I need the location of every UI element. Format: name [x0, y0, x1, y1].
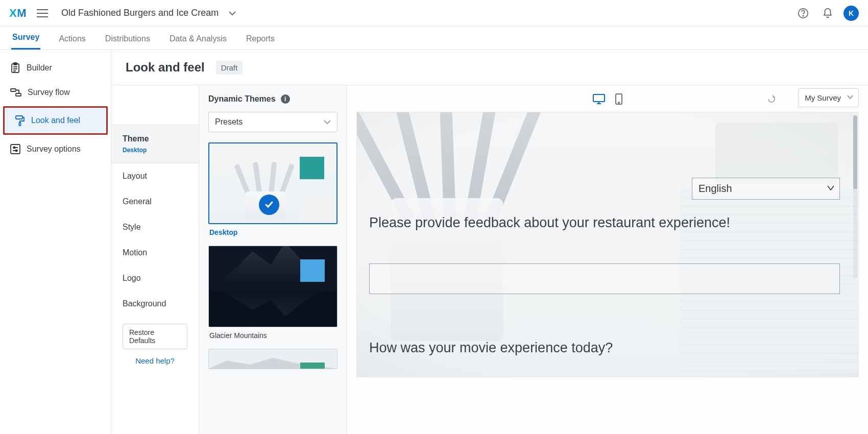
sidenav-label: Survey options: [27, 144, 81, 154]
left-sidenav: Builder Survey flow Look and feel Survey…: [0, 50, 111, 434]
desktop-device-icon[interactable]: [592, 93, 606, 105]
theme-card-desktop[interactable]: [208, 142, 337, 224]
tab-data-analysis[interactable]: Data & Analysis: [168, 34, 228, 50]
sliders-icon: [10, 144, 20, 154]
svg-rect-6: [16, 116, 22, 119]
refresh-icon[interactable]: [767, 94, 776, 104]
page-header: Look and feel Draft: [111, 50, 868, 85]
section-layout[interactable]: Layout: [111, 163, 199, 189]
themes-title: Dynamic Themes: [208, 94, 276, 104]
page-title: Look and feel: [126, 60, 205, 75]
primary-tabs: Survey Actions Distributions Data & Anal…: [0, 27, 868, 50]
language-label: English: [698, 183, 732, 194]
tab-distributions[interactable]: Distributions: [104, 34, 151, 50]
section-motion[interactable]: Motion: [111, 240, 199, 266]
status-badge-draft: Draft: [216, 61, 243, 75]
theme-swatch: [300, 157, 324, 179]
theme-card-partial[interactable]: [208, 349, 337, 369]
info-icon[interactable]: i: [281, 94, 290, 104]
sidenav-label: Survey flow: [28, 88, 70, 97]
theme-card-glacier[interactable]: [208, 246, 337, 327]
section-theme-label: Theme: [123, 134, 187, 143]
restore-defaults-button[interactable]: Restore Defaults: [123, 324, 187, 349]
top-bar: XM Old Fashioned Burgers and Ice Cream K: [0, 0, 868, 27]
sidenav-item-builder[interactable]: Builder: [0, 55, 111, 81]
bell-icon[interactable]: [819, 5, 836, 22]
preview-col: My Survey English Please provide feedbac…: [347, 85, 868, 434]
section-general[interactable]: General: [111, 189, 199, 214]
chevron-down-icon: [324, 119, 331, 125]
sidenav-label: Builder: [27, 63, 52, 73]
theme-swatch: [300, 259, 325, 282]
svg-rect-7: [19, 123, 21, 126]
svg-point-10: [15, 150, 17, 151]
svg-point-13: [618, 102, 619, 103]
paint-roller-icon: [15, 115, 25, 126]
section-background[interactable]: Background: [111, 291, 199, 317]
section-logo[interactable]: Logo: [111, 266, 199, 291]
sidenav-label: Look and feel: [31, 116, 80, 125]
svg-point-1: [803, 15, 803, 16]
user-avatar[interactable]: K: [843, 6, 859, 21]
survey-preview: English Please provide feedback about yo…: [356, 112, 859, 377]
svg-rect-4: [11, 89, 16, 91]
mobile-device-icon[interactable]: [615, 93, 623, 105]
language-dropdown[interactable]: English: [692, 178, 840, 200]
section-theme-sub: Desktop: [123, 147, 187, 154]
chevron-down-icon[interactable]: [229, 11, 236, 16]
menu-icon[interactable]: [34, 6, 51, 20]
tab-survey[interactable]: Survey: [11, 33, 40, 50]
theme-name-desktop: Desktop: [209, 228, 336, 236]
preview-question-2: How was your movie experience today?: [369, 340, 840, 356]
survey-select-label: My Survey: [805, 93, 841, 102]
chevron-down-icon: [847, 95, 853, 100]
svg-rect-8: [11, 144, 20, 154]
tab-actions[interactable]: Actions: [58, 34, 86, 50]
preview-text-input[interactable]: [369, 263, 840, 294]
xm-logo: XM: [9, 7, 27, 20]
svg-point-9: [13, 147, 15, 148]
section-theme[interactable]: Theme Desktop: [111, 125, 199, 163]
preview-question-1: Please provide feedback about your resta…: [369, 214, 840, 232]
need-help-link[interactable]: Need help?: [111, 351, 199, 367]
presets-dropdown-label: Presets: [215, 117, 243, 127]
settings-sections-col: Theme Desktop Layout General Style Motio…: [111, 85, 199, 434]
svg-rect-5: [16, 93, 21, 96]
check-circle-icon: [259, 195, 279, 215]
survey-select-dropdown[interactable]: My Survey: [798, 88, 859, 107]
sidenav-item-survey-flow[interactable]: Survey flow: [0, 81, 111, 104]
theme-name-glacier: Glacier Mountains: [209, 331, 336, 340]
sidenav-item-survey-options[interactable]: Survey options: [0, 137, 111, 161]
section-style[interactable]: Style: [111, 214, 199, 240]
svg-rect-11: [593, 94, 605, 102]
chevron-down-icon: [827, 185, 834, 191]
flow-icon: [10, 88, 21, 97]
clipboard-icon: [10, 62, 20, 74]
theme-swatch: [300, 363, 325, 369]
tab-reports[interactable]: Reports: [245, 34, 276, 50]
presets-dropdown[interactable]: Presets: [208, 112, 337, 132]
help-icon[interactable]: [794, 5, 812, 22]
project-name[interactable]: Old Fashioned Burgers and Ice Cream: [61, 8, 219, 18]
themes-col: Dynamic Themes i Presets: [199, 85, 347, 434]
sidenav-item-look-and-feel[interactable]: Look and feel: [3, 106, 108, 135]
